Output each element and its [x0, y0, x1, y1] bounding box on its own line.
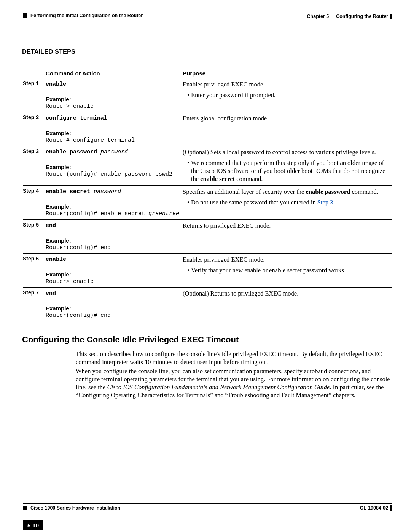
- page-footer: Cisco 1900 Series Hardware Installation …: [23, 503, 392, 522]
- bullet-dot-icon: •: [183, 267, 191, 275]
- bullet-dot-icon: •: [183, 91, 191, 99]
- footer-square-icon: [23, 506, 27, 510]
- chapter-prefix: Chapter 5: [307, 14, 329, 19]
- purpose-text: Enters global configuration mode.: [183, 115, 268, 122]
- step-label: Step 3: [23, 146, 45, 185]
- command-text: end: [46, 222, 56, 229]
- bullet-item: • Verify that your new enable or enable …: [183, 267, 390, 275]
- example-code: Router(config)# end: [46, 312, 178, 319]
- example-label: Example:: [46, 271, 178, 278]
- bullet-item: • Do not use the same password that you …: [183, 199, 390, 207]
- table-row: Step 5 end Example: Router(config)# end …: [23, 220, 392, 254]
- example-code: Router(config)# end: [46, 244, 178, 251]
- bullet-text: Verify that your new enable or enable se…: [191, 267, 390, 275]
- section-title: DETAILED STEPS: [22, 48, 75, 55]
- step-label: Step 7: [23, 288, 45, 321]
- example-label: Example:: [46, 130, 178, 136]
- purpose-text: (Optional) Sets a local password to cont…: [183, 149, 376, 156]
- step-label: Step 1: [23, 78, 45, 112]
- header-rule: [23, 20, 392, 20]
- table-row: Step 1 enable Example: Router> enable En…: [23, 78, 392, 112]
- body-paragraph: When you configure the console line, you…: [76, 367, 390, 399]
- command-text: enable password: [46, 149, 97, 155]
- example-code: Router(config)# enable secret greentree: [46, 211, 178, 217]
- purpose-text: Enables privileged EXEC mode.: [183, 256, 264, 263]
- purpose-text: (Optional) Returns to privileged EXEC mo…: [183, 290, 298, 297]
- example-code: Router> enable: [46, 103, 178, 110]
- body-paragraph: This section describes how to configure …: [76, 350, 390, 366]
- steps-table: Command or Action Purpose Step 1 enable …: [23, 68, 392, 321]
- table-row: Step 3 enable password password Example:…: [23, 146, 392, 186]
- example-label: Example:: [46, 164, 178, 170]
- command-text: enable: [46, 256, 66, 263]
- header-breadcrumb: Performing the Initial Configuration on …: [23, 13, 143, 18]
- bullet-item: • Enter your password if prompted.: [183, 91, 390, 99]
- command-text: configure terminal: [46, 115, 107, 121]
- example-label: Example:: [46, 305, 178, 312]
- bullet-text: Do not use the same password that you en…: [191, 199, 390, 207]
- footer-docid: OL-19084-02: [360, 505, 388, 511]
- example-label: Example:: [46, 203, 178, 210]
- cited-title: Cisco IOS Configuration Fundamentals and…: [107, 383, 330, 391]
- bullet-dot-icon: •: [183, 199, 191, 207]
- command-text: end: [46, 290, 56, 297]
- header-bar-icon: [390, 14, 392, 19]
- command-text: enable: [46, 81, 66, 88]
- bullet-item: • We recommend that you perform this ste…: [183, 159, 390, 183]
- command-arg: password: [97, 149, 128, 155]
- step-label: Step 5: [23, 220, 45, 253]
- th-command: Command or Action: [45, 70, 182, 77]
- example-label: Example:: [46, 237, 178, 244]
- command-arg: password: [90, 189, 121, 195]
- step-label: Step 6: [23, 254, 45, 287]
- example-arg: greentree: [148, 211, 179, 217]
- page-header: Performing the Initial Configuration on …: [23, 13, 392, 19]
- command-text: enable secret: [46, 189, 90, 195]
- purpose-text: Enables privileged EXEC mode.: [183, 81, 264, 88]
- step-label: Step 2: [23, 112, 45, 146]
- step3-link[interactable]: Step 3: [317, 199, 333, 206]
- footer-bar-icon: [390, 505, 392, 511]
- header-chapter: Chapter 5 Configuring the Router: [307, 14, 392, 19]
- th-purpose: Purpose: [182, 70, 392, 77]
- bullet-dot-icon: •: [183, 159, 191, 183]
- section-heading: Configuring the Console Idle Privileged …: [22, 335, 239, 345]
- footer-book-title: Cisco 1900 Series Hardware Installation: [30, 505, 120, 511]
- example-code: Router# configure terminal: [46, 137, 178, 144]
- header-square-icon: [23, 13, 27, 18]
- table-row: Step 2 configure terminal Example: Route…: [23, 112, 392, 146]
- example-code: Router> enable: [46, 278, 178, 285]
- table-row: Step 4 enable secret password Example: R…: [23, 186, 392, 220]
- page-number: 5-10: [23, 520, 43, 530]
- table-row: Step 6 enable Example: Router> enable En…: [23, 254, 392, 288]
- bullet-text: Enter your password if prompted.: [191, 91, 390, 99]
- purpose-text: Specifies an additional layer of securit…: [183, 188, 378, 195]
- purpose-text: Returns to privileged EXEC mode.: [183, 222, 271, 229]
- breadcrumb-text: Performing the Initial Configuration on …: [30, 13, 143, 18]
- step-label: Step 4: [23, 186, 45, 219]
- example-label: Example:: [46, 96, 178, 102]
- bold-term: enable password: [306, 188, 350, 195]
- bullet-text: We recommend that you perform this step …: [191, 159, 390, 183]
- chapter-title: Configuring the Router: [336, 14, 388, 19]
- table-row: Step 7 end Example: Router(config)# end …: [23, 288, 392, 321]
- table-header: Command or Action Purpose: [23, 68, 392, 78]
- example-code: Router(config)# enable password pswd2: [46, 171, 178, 177]
- bold-term: enable secret: [200, 175, 235, 182]
